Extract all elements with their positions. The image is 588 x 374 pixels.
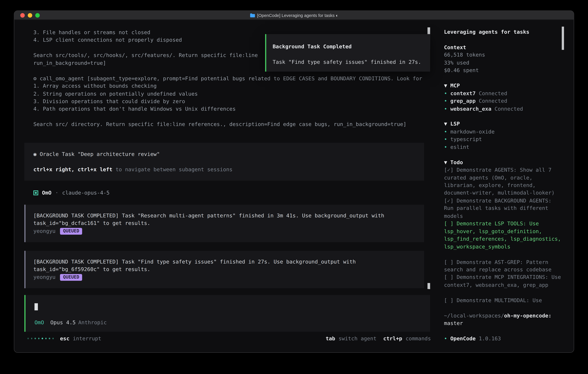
message-block: [BACKGROUND TASK COMPLETED] Task "Find t… xyxy=(24,251,424,288)
window-content: 3. File handles or streams not closed 4.… xyxy=(14,20,574,352)
fullscreen-window-button[interactable] xyxy=(35,13,40,17)
agent-name: OmO xyxy=(42,190,52,196)
record-icon: ◉ xyxy=(33,151,37,157)
background-task-toast: Background Task Completed Task "Find typ… xyxy=(265,34,430,72)
mcp-item: • grep_app Connected xyxy=(444,97,564,105)
terminal-window: [OpenCode] Leveraging agents for tasks ◐… xyxy=(14,10,574,353)
opencode-name: OpenCode xyxy=(450,335,476,342)
todo-item: [✓] Demonstrate BACKGROUND AGENTS: Run p… xyxy=(444,197,564,220)
mcp-item: • websearch_exa Connected xyxy=(444,105,564,112)
ctrlp-key-hint: ctrl+p xyxy=(383,335,402,342)
lsp-item: • typescript xyxy=(444,135,564,143)
todo-item: [✓] Demonstrate AGENTS: Show all 7 curat… xyxy=(444,166,564,197)
ctrlp-key-label: commands xyxy=(406,335,431,342)
session-title: Leveraging agents for tasks xyxy=(444,28,564,36)
tool-call-line: ⚙ call_omo_agent [subagent_type=explore,… xyxy=(33,74,422,82)
bullet-icon: • xyxy=(444,90,447,96)
mcp-heading-label: MCP xyxy=(450,83,460,89)
mcp-item: • context7 Connected xyxy=(444,89,564,97)
window-title-group: [OpenCode] Leveraging agents for tasks ◐ xyxy=(250,13,338,17)
todo-section-heading[interactable]: ▼ Todo xyxy=(444,158,564,166)
statusbar-right: tabswitch agent ctrl+pcommands xyxy=(326,335,431,342)
scrollback-line: 4. Path operations that don't handle Win… xyxy=(33,105,422,113)
input-agent-name: OmO xyxy=(34,319,44,325)
message-line: task_id="bg_dcfac161" to get results. xyxy=(33,219,424,227)
lsp-item: • eslint xyxy=(444,143,564,151)
input-model-row: OmOOpus 4.5Anthropic xyxy=(34,319,107,327)
prompt-input[interactable]: OmOOpus 4.5Anthropic xyxy=(24,295,430,332)
tab-key-hint: tab xyxy=(326,335,335,342)
message-line: [BACKGROUND TASK COMPLETED] Task "Resear… xyxy=(33,212,424,219)
bullet-icon: • xyxy=(444,136,447,142)
bullet-icon: • xyxy=(444,144,447,150)
message-meta-row: yeongyuQUEUED xyxy=(33,273,424,281)
commands-key-group: ctrl+pcommands xyxy=(383,335,431,342)
todo-item: [ ] Demonstrate MULTIMODAL: Use xyxy=(444,296,564,304)
session-sidebar: Leveraging agents for tasks Context 66,5… xyxy=(438,20,574,352)
todo-item: [ ] Demonstrate MCP INTEGRATIONS: Use co… xyxy=(444,273,564,289)
lsp-name: typescript xyxy=(450,136,482,142)
bullet-icon: • xyxy=(444,105,447,112)
message-author: yeongyu xyxy=(33,274,56,280)
workspace-repo: oh-my-opencode: xyxy=(504,312,552,319)
traffic-lights xyxy=(20,11,40,20)
queued-badge: QUEUED xyxy=(60,228,82,235)
input-provider-name: Anthropic xyxy=(78,319,107,325)
scrollback-line: 1. Array access without bounds checking xyxy=(33,82,422,90)
tool-call-text: call_omo_agent [subagent_type=explore, p… xyxy=(40,75,422,81)
close-window-button[interactable] xyxy=(20,13,25,17)
lsp-section-heading[interactable]: ▼ LSP xyxy=(444,120,564,128)
chevron-down-icon: ▼ xyxy=(444,159,447,165)
blank-line xyxy=(33,158,424,166)
mcp-status: Connected xyxy=(479,98,507,104)
toast-title: Background Task Completed xyxy=(273,43,430,50)
message-author: yeongyu xyxy=(33,228,56,234)
mcp-section-heading[interactable]: ▼ MCP xyxy=(444,82,564,89)
bullet-icon: • xyxy=(444,335,447,342)
chat-scrollbar-thumb[interactable] xyxy=(428,283,430,289)
mcp-name: context7 xyxy=(450,90,476,96)
text-cursor xyxy=(34,303,38,310)
bullet-icon: • xyxy=(444,98,447,104)
todo-item: [ ] Demonstrate AST-GREP: Pattern search… xyxy=(444,258,564,273)
context-tokens: 66,518 tokens xyxy=(444,51,564,59)
message-line: task_id="bg_6f59260c" to get results. xyxy=(33,266,424,273)
bullet-icon: • xyxy=(444,129,447,135)
sidebar-scrollbar-thumb[interactable] xyxy=(562,27,564,50)
hint-text: to navigate between subagent sessions xyxy=(112,166,232,172)
screen: [OpenCode] Leveraging agents for tasks ◐… xyxy=(0,0,588,374)
scrollback-line: Search src/ directory. Return specific f… xyxy=(33,120,422,128)
esc-key-label: interrupt xyxy=(73,335,101,342)
toast-body: Task "Find type safety issues" finished … xyxy=(273,58,430,66)
input-model-name: Opus 4.5 xyxy=(50,319,76,325)
oracle-task-title-line: ◉ Oracle Task "Deep architecture review" xyxy=(33,150,424,158)
tab-key-group: tabswitch agent xyxy=(326,335,377,342)
window-titlebar[interactable]: [OpenCode] Leveraging agents for tasks ◐ xyxy=(14,11,574,20)
agent-model: claude-opus-4-5 xyxy=(62,190,110,196)
window-title: [OpenCode] Leveraging agents for tasks ◐ xyxy=(257,13,338,17)
context-spent: $0.46 spent xyxy=(444,66,564,74)
lsp-name: markdown-oxide xyxy=(450,129,494,135)
tab-key-label: switch agent xyxy=(338,335,377,342)
scrollback-line: 2. String operations on potentially unde… xyxy=(33,90,422,97)
lsp-name: eslint xyxy=(450,144,469,150)
opencode-version: 1.0.163 xyxy=(479,335,501,342)
message-meta-row: yeongyuQUEUED xyxy=(33,227,424,235)
agent-model-row: OmO · claude-opus-4-5 xyxy=(33,189,110,197)
agent-icon xyxy=(33,190,38,195)
workspace-path: ~/local-workspaces/oh-my-opencode: xyxy=(444,312,564,320)
todo-heading-label: Todo xyxy=(450,159,463,165)
lsp-item: • markdown-oxide xyxy=(444,128,564,135)
chevron-down-icon: ▼ xyxy=(444,121,447,127)
mcp-name: websearch_exa xyxy=(450,105,491,112)
opencode-version-row: • OpenCode 1.0.163 xyxy=(444,335,564,343)
minimize-window-button[interactable] xyxy=(28,13,32,17)
message-block: [BACKGROUND TASK COMPLETED] Task "Resear… xyxy=(24,205,424,242)
message-line: [BACKGROUND TASK COMPLETED] Task "Find t… xyxy=(33,258,424,266)
scrollback-line: 3. Division operations that could divide… xyxy=(33,97,422,105)
oracle-hint-line: ctrl+x right, ctrl+x left to navigate be… xyxy=(33,166,424,173)
context-used: 33% used xyxy=(444,59,564,66)
esc-key-hint: esc xyxy=(60,335,70,342)
statusbar: esc interrupt tabswitch agent ctrl+pcomm… xyxy=(14,335,438,342)
queued-badge: QUEUED xyxy=(60,274,82,281)
